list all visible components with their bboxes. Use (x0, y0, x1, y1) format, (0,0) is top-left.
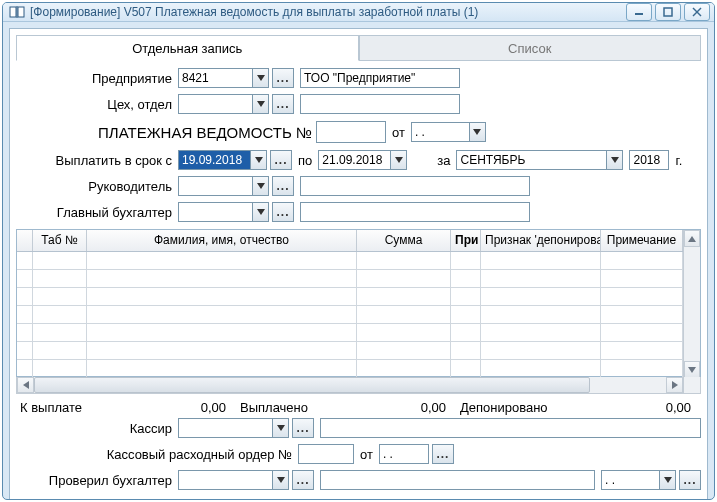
date-from-combo[interactable]: 19.09.2018 (178, 150, 267, 170)
table-row[interactable] (17, 288, 683, 306)
ellipsis-button[interactable]: ... (432, 444, 454, 464)
doc-number-input[interactable] (316, 121, 386, 143)
col-note[interactable]: Примечание (601, 230, 683, 251)
cashier-code-combo[interactable] (178, 418, 289, 438)
totals-row: К выплате 0,00 Выплачено 0,00 Депонирова… (16, 397, 701, 417)
col-sum[interactable]: Сумма (357, 230, 451, 251)
horizontal-scrollbar[interactable] (16, 377, 701, 394)
month-combo[interactable]: СЕНТЯБРЬ (456, 150, 623, 170)
label-pay-by: Выплатить в срок с (16, 153, 178, 168)
svg-marker-13 (257, 183, 265, 189)
dropdown-button[interactable] (250, 150, 267, 170)
cash-order-no-input[interactable] (298, 444, 354, 464)
checked-date-input[interactable]: . . (601, 470, 659, 490)
dropdown-button[interactable] (606, 150, 623, 170)
date-from-input[interactable]: 19.09.2018 (178, 150, 250, 170)
checked-code-combo[interactable] (178, 470, 289, 490)
tabs: Отдельная запись Список (16, 35, 701, 61)
doc-date-combo[interactable]: . . (411, 122, 486, 142)
svg-marker-11 (395, 157, 403, 163)
dept-code-input[interactable] (178, 94, 252, 114)
ellipsis-button[interactable]: ... (272, 94, 294, 114)
value-to-pay: 0,00 (116, 400, 236, 415)
table-row[interactable] (17, 360, 683, 378)
svg-marker-17 (23, 381, 29, 389)
minimize-button[interactable] (626, 3, 652, 21)
col-pri[interactable]: При (451, 230, 481, 251)
checked-name-input[interactable] (320, 470, 595, 490)
dropdown-button[interactable] (272, 418, 289, 438)
scroll-up-button[interactable] (684, 230, 700, 247)
close-button[interactable] (684, 3, 710, 21)
col-tab[interactable]: Таб № (33, 230, 87, 251)
dropdown-button[interactable] (252, 68, 269, 88)
col-depflag[interactable]: Признак 'депонирова (481, 230, 601, 251)
dropdown-button[interactable] (252, 94, 269, 114)
scroll-right-button[interactable] (666, 377, 683, 393)
label-year-suffix: г. (669, 153, 688, 168)
window-title: [Формирование] V507 Платежная ведомость … (30, 5, 626, 19)
ellipsis-button[interactable]: ... (292, 470, 314, 490)
svg-marker-9 (473, 129, 481, 135)
chief-code-input[interactable] (178, 202, 252, 222)
enterprise-name-input[interactable]: ТОО "Предприятие" (300, 68, 460, 88)
ellipsis-button[interactable]: ... (679, 470, 701, 490)
ellipsis-button[interactable]: ... (272, 202, 294, 222)
table-header: Таб № Фамилия, имя, отчество Сумма При П… (17, 230, 683, 252)
ellipsis-button[interactable]: ... (272, 176, 294, 196)
doc-title: ПЛАТЕЖНАЯ ВЕДОМОСТЬ № (16, 124, 316, 141)
enterprise-code-input[interactable]: 8421 (178, 68, 252, 88)
checked-code-input[interactable] (178, 470, 272, 490)
dropdown-button[interactable] (272, 470, 289, 490)
label-to: по (292, 153, 318, 168)
svg-rect-1 (18, 7, 24, 17)
table-body[interactable] (17, 252, 683, 378)
dept-code-combo[interactable] (178, 94, 269, 114)
label-checked-by: Проверил бухгалтер (16, 473, 178, 488)
dropdown-button[interactable] (252, 202, 269, 222)
date-to-input[interactable]: 21.09.2018 (318, 150, 390, 170)
manager-code-input[interactable] (178, 176, 252, 196)
month-input[interactable]: СЕНТЯБРЬ (456, 150, 606, 170)
ellipsis-button[interactable]: ... (270, 150, 292, 170)
label-chief-acc: Главный бухгалтер (16, 205, 178, 220)
table-row[interactable] (17, 252, 683, 270)
cashier-name-input[interactable] (320, 418, 701, 438)
chief-code-combo[interactable] (178, 202, 269, 222)
ellipsis-button[interactable]: ... (292, 418, 314, 438)
table-row[interactable] (17, 342, 683, 360)
chief-name-input[interactable] (300, 202, 530, 222)
label-dept: Цех, отдел (16, 97, 178, 112)
scroll-down-button[interactable] (684, 361, 700, 378)
dept-name-input[interactable] (300, 94, 460, 114)
svg-marker-7 (257, 75, 265, 81)
label-from: от (386, 125, 411, 140)
year-input[interactable]: 2018 (629, 150, 669, 170)
checked-date-combo[interactable]: . . (601, 470, 676, 490)
col-fio[interactable]: Фамилия, имя, отчество (87, 230, 357, 251)
tab-record[interactable]: Отдельная запись (16, 35, 359, 61)
date-to-combo[interactable]: 21.09.2018 (318, 150, 407, 170)
vertical-scrollbar[interactable] (683, 230, 700, 378)
maximize-button[interactable] (655, 3, 681, 21)
tab-list[interactable]: Список (359, 35, 702, 61)
svg-marker-14 (257, 209, 265, 215)
table-row[interactable] (17, 324, 683, 342)
cash-order-date-input[interactable]: . . (379, 444, 429, 464)
dropdown-button[interactable] (252, 176, 269, 196)
dropdown-button[interactable] (469, 122, 486, 142)
table-row[interactable] (17, 306, 683, 324)
scroll-left-button[interactable] (17, 377, 34, 393)
manager-name-input[interactable] (300, 176, 530, 196)
ellipsis-button[interactable]: ... (272, 68, 294, 88)
dropdown-button[interactable] (659, 470, 676, 490)
col-marker[interactable] (17, 230, 33, 251)
label-for: за (407, 153, 456, 168)
table-row[interactable] (17, 270, 683, 288)
cashier-code-input[interactable] (178, 418, 272, 438)
manager-code-combo[interactable] (178, 176, 269, 196)
enterprise-code-combo[interactable]: 8421 (178, 68, 269, 88)
scroll-thumb[interactable] (34, 377, 590, 393)
doc-date-input[interactable]: . . (411, 122, 469, 142)
dropdown-button[interactable] (390, 150, 407, 170)
